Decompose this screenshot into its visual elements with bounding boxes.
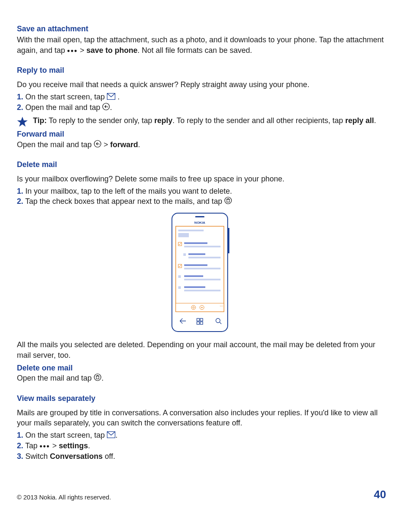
text: To reply to the sender only, tap — [47, 116, 155, 125]
step-item: 3. Switch Conversations off. — [17, 451, 386, 461]
svg-rect-15 — [184, 242, 207, 244]
text: off. — [103, 452, 115, 461]
bold-reply-all: reply all — [345, 116, 374, 125]
more-icon: ••• — [40, 442, 50, 450]
para-delete-after: All the mails you selected are deleted. … — [17, 340, 386, 360]
delete-icon — [224, 197, 232, 207]
steps-view: 1. On the start screen, tap . 2. Tap •••… — [17, 430, 386, 462]
text: Tap — [25, 442, 40, 450]
heading-view-separately: View mails separately — [17, 393, 386, 403]
step-number: 1. — [17, 431, 23, 439]
step-number: 2. — [17, 197, 23, 206]
text: Tap the check boxes that appear next to … — [25, 197, 224, 206]
para-delete-intro: Is your mailbox overflowing? Delete some… — [17, 174, 386, 184]
bold-settings: settings — [59, 442, 88, 450]
para-reply-intro: Do you receive mail that needs a quick a… — [17, 80, 386, 90]
text: . To reply to the sender and all other r… — [172, 116, 345, 125]
svg-rect-42 — [96, 376, 99, 379]
text: Switch — [25, 452, 50, 461]
svg-rect-18 — [188, 253, 205, 255]
svg-rect-17 — [183, 253, 186, 256]
text: > — [78, 46, 87, 55]
step-item: 2. Tap the check boxes that appear next … — [17, 196, 386, 207]
para-save-attachment: With the mail open, tap the attachment, … — [17, 35, 386, 56]
svg-rect-25 — [184, 279, 221, 280]
tip-row: Tip: To reply to the sender only, tap re… — [17, 115, 386, 127]
text: Open the mail and tap — [17, 140, 94, 149]
para-view-intro: Mails are grouped by title in conversati… — [17, 408, 386, 428]
text: . — [138, 140, 140, 149]
svg-text:···: ··· — [220, 304, 223, 308]
svg-rect-5 — [227, 199, 229, 202]
step-number: 2. — [17, 442, 23, 450]
text: > — [101, 140, 110, 149]
reply-icon — [94, 140, 101, 150]
text: Open the mail and tap — [17, 374, 94, 382]
svg-marker-2 — [17, 117, 28, 126]
svg-rect-16 — [184, 246, 221, 247]
text: Open the mail and tap — [25, 103, 102, 112]
text: . — [88, 442, 90, 450]
step-item: 2. Open the mail and tap . — [17, 102, 386, 113]
heading-forward-mail: Forward mail — [17, 129, 386, 139]
svg-rect-13 — [178, 233, 189, 237]
delete-icon — [94, 373, 101, 384]
svg-rect-24 — [184, 275, 203, 277]
bold-save-to-phone: save to phone — [87, 46, 138, 55]
svg-rect-10 — [195, 216, 204, 217]
heading-reply-to-mail: Reply to mail — [17, 65, 386, 75]
bold-reply: reply — [154, 116, 172, 125]
step-number: 1. — [17, 93, 23, 101]
heading-delete-mail: Delete mail — [17, 159, 386, 170]
text: . — [374, 116, 376, 125]
bold-conversations: Conversations — [50, 452, 103, 461]
text: . — [101, 374, 103, 382]
reply-icon — [102, 103, 110, 113]
star-icon — [17, 116, 28, 127]
para-delete-one: Open the mail and tap . — [17, 373, 386, 384]
step-item: 1. In your mailbox, tap to the left of t… — [17, 186, 386, 196]
svg-rect-21 — [184, 264, 207, 266]
page-number: 40 — [374, 487, 386, 502]
step-number: 3. — [17, 452, 23, 461]
step-number: 1. — [17, 187, 23, 195]
tip-text: Tip: To reply to the sender only, tap re… — [33, 115, 376, 126]
svg-point-41 — [94, 374, 101, 381]
svg-rect-28 — [184, 290, 221, 291]
svg-rect-19 — [188, 257, 221, 258]
svg-rect-22 — [184, 268, 221, 269]
phone-brand-text: NOKIA — [194, 221, 205, 225]
text: . — [115, 431, 117, 439]
svg-point-4 — [225, 197, 231, 204]
mail-icon — [107, 92, 115, 102]
text: On the start screen, tap — [25, 93, 107, 101]
steps-delete: 1. In your mailbox, tap to the left of t… — [17, 186, 386, 207]
tip-label: Tip: — [33, 116, 47, 125]
more-icon: ••• — [67, 47, 78, 55]
svg-rect-27 — [184, 286, 205, 288]
footer: © 2013 Nokia. All rights reserved. 40 — [17, 487, 386, 502]
steps-reply: 1. On the start screen, tap . 2. Open th… — [17, 92, 386, 113]
bold-forward: forward — [110, 140, 138, 149]
text: . — [115, 93, 120, 101]
copyright-text: © 2013 Nokia. All rights reserved. — [17, 493, 111, 502]
text: . Not all file formats can be saved. — [138, 46, 252, 55]
phone-illustration: NOKIA ··· — [170, 211, 233, 334]
svg-point-33 — [202, 307, 203, 308]
svg-rect-23 — [178, 275, 181, 278]
heading-save-attachment: Save an attachment — [17, 24, 386, 34]
text: In your mailbox, tap to the left of the … — [25, 187, 232, 195]
step-item: 2. Tap ••• > settings. — [17, 441, 386, 451]
text: . — [110, 103, 112, 112]
text: On the start screen, tap — [25, 431, 107, 439]
para-forward: Open the mail and tap > forward. — [17, 140, 386, 150]
step-item: 1. On the start screen, tap . — [17, 430, 386, 441]
step-number: 2. — [17, 103, 23, 112]
step-item: 1. On the start screen, tap . — [17, 92, 386, 102]
text: > — [50, 442, 59, 450]
mail-icon — [107, 431, 115, 441]
heading-delete-one: Delete one mail — [17, 363, 386, 373]
svg-rect-12 — [178, 230, 204, 231]
svg-rect-9 — [228, 228, 229, 253]
svg-rect-26 — [178, 286, 181, 289]
